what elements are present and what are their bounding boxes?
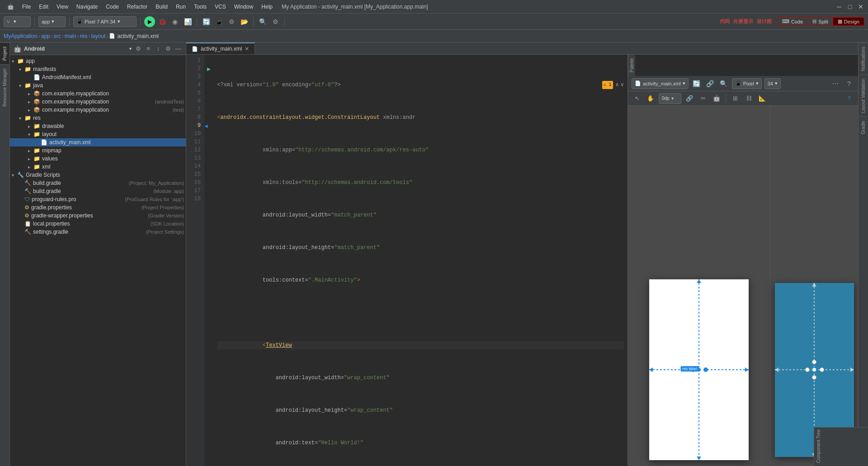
tab-close-button[interactable]: ✕ bbox=[245, 46, 249, 52]
sync-project-button[interactable]: 🔄 bbox=[201, 16, 212, 27]
tree-item-activity-main[interactable]: ▸ 📄 activity_main.xml bbox=[10, 138, 186, 146]
project-settings-icon[interactable]: ⚙ bbox=[164, 45, 172, 53]
tree-item-build-gradle-module[interactable]: ▸ 🔨 build.gradle (Module :app) bbox=[10, 187, 186, 195]
breadcrumb-layout[interactable]: layout bbox=[91, 33, 105, 39]
project-tab[interactable]: Project bbox=[0, 42, 9, 64]
minimize-button[interactable]: ─ bbox=[835, 3, 843, 10]
tree-item-build-gradle-project[interactable]: ▸ 🔨 build.gradle (Project: My_Applicatio… bbox=[10, 179, 186, 187]
menu-refactor[interactable]: Refactor bbox=[123, 3, 151, 11]
breadcrumb-app[interactable]: app bbox=[41, 33, 50, 39]
profile-button[interactable]: 📊 bbox=[182, 16, 193, 27]
blue-handle-left[interactable] bbox=[805, 367, 810, 372]
menu-tools[interactable]: Tools bbox=[190, 3, 210, 11]
design-more-icon[interactable]: ⋯ bbox=[830, 78, 841, 89]
notifications-tab[interactable]: Notifications bbox=[859, 42, 868, 75]
tree-item-values[interactable]: ▸ 📁 values bbox=[10, 155, 186, 163]
code-view-button[interactable]: ⌨ Code bbox=[778, 18, 807, 25]
sdk-manager-button[interactable]: ⚙ bbox=[226, 16, 237, 27]
menu-help[interactable]: Help bbox=[258, 3, 276, 11]
menu-run[interactable]: Run bbox=[172, 3, 189, 11]
app-module-dropdown[interactable]: app ▾ bbox=[38, 16, 66, 27]
gradle-tab[interactable]: Gradle bbox=[859, 117, 868, 138]
center-handle-right[interactable] bbox=[703, 367, 708, 372]
design-view-button[interactable]: ▦ Design bbox=[833, 18, 864, 25]
breadcrumb-myapplication[interactable]: MyApplication bbox=[4, 33, 38, 39]
android-dropdown-arrow[interactable]: ▾ bbox=[129, 46, 132, 51]
tree-item-gradle-scripts[interactable]: ▾ 🔧 Gradle Scripts bbox=[10, 171, 186, 179]
editor-tab-activity-main[interactable]: 📄 activity_main.xml ✕ bbox=[186, 42, 255, 54]
tree-item-mipmap[interactable]: ▸ 📁 mipmap bbox=[10, 146, 186, 155]
tree-item-res[interactable]: ▾ 📁 res bbox=[10, 114, 186, 122]
tree-item-pkg-androidtest[interactable]: ▸ 📦 com.example.myapplication (androidTe… bbox=[10, 98, 186, 106]
settings-button[interactable]: ⚙ bbox=[270, 16, 281, 27]
design-refresh-icon[interactable]: 🔄 bbox=[691, 78, 702, 89]
blue-handle-top[interactable] bbox=[812, 360, 816, 364]
tool-chain[interactable]: ⛓ bbox=[743, 93, 754, 104]
project-sort-icon[interactable]: ↕ bbox=[154, 45, 162, 53]
collapse-icon[interactable]: ∨ bbox=[621, 81, 624, 89]
device-dropdown[interactable]: 📱 Pixel 7 API 34 ▾ bbox=[73, 16, 137, 27]
design-api-dropdown[interactable]: 34 ▾ bbox=[764, 78, 781, 89]
tree-item-settings-gradle[interactable]: ▸ 🔨 settings.gradle (Project Settings) bbox=[10, 228, 186, 236]
breadcrumb-res[interactable]: res bbox=[80, 33, 88, 39]
close-button[interactable]: ✕ bbox=[857, 3, 864, 10]
design-questions-icon[interactable]: ? bbox=[844, 78, 854, 89]
blue-center-handle[interactable] bbox=[811, 367, 817, 372]
tree-item-local-props[interactable]: ▸ 📋 local.properties (SDK Location) bbox=[10, 220, 186, 228]
device-file-button[interactable]: 📂 bbox=[239, 16, 250, 27]
blue-handle-bottom[interactable] bbox=[812, 375, 816, 380]
tree-item-androidmanifest[interactable]: ▸ 📄 AndroidManifest.xml bbox=[10, 73, 186, 81]
split-view-button[interactable]: ⊟ Split bbox=[807, 18, 833, 25]
menu-code[interactable]: Code bbox=[102, 3, 123, 11]
tool-auto-connect[interactable]: 🔗 bbox=[684, 93, 695, 104]
menu-vcs[interactable]: VCS bbox=[211, 3, 230, 11]
breadcrumb-activity-main[interactable]: activity_main.xml bbox=[117, 33, 158, 39]
tree-item-xml[interactable]: ▸ 📁 xml bbox=[10, 163, 186, 171]
design-device-dropdown[interactable]: 📱 Pixel ▾ bbox=[732, 78, 762, 89]
breadcrumb-main[interactable]: main bbox=[65, 33, 76, 39]
tree-item-layout[interactable]: ▾ 📁 layout bbox=[10, 130, 186, 138]
project-sync-icon[interactable]: ≡ bbox=[144, 45, 152, 53]
tree-item-proguard[interactable]: ▸ 🛡 proguard-rules.pro (ProGuard Rules f… bbox=[10, 195, 186, 203]
menu-view[interactable]: View bbox=[53, 3, 72, 11]
project-cog-icon[interactable]: ⚙ bbox=[134, 45, 142, 53]
design-search-icon[interactable]: 🔍 bbox=[718, 78, 729, 89]
menu-edit[interactable]: Edit bbox=[35, 3, 52, 11]
tree-item-app[interactable]: ▾ 📁 app bbox=[10, 57, 186, 65]
expand-icon[interactable]: ∧ bbox=[616, 81, 619, 89]
constraint-dropdown[interactable]: 0dp ▾ bbox=[659, 93, 681, 104]
tool-clear-constraints[interactable]: ✂ bbox=[698, 93, 708, 104]
menu-file[interactable]: File bbox=[19, 3, 34, 11]
design-file-dropdown[interactable]: 📄 activity_main.xml ▾ bbox=[632, 78, 689, 89]
avd-manager-button[interactable]: 📱 bbox=[213, 16, 224, 27]
tree-item-pkg-main[interactable]: ▸ 📦 com.example.myapplication bbox=[10, 89, 186, 98]
run-coverage-button[interactable]: ◉ bbox=[170, 16, 180, 27]
design-link-icon[interactable]: 🔗 bbox=[705, 78, 716, 89]
tree-item-java[interactable]: ▾ 📁 java bbox=[10, 81, 186, 89]
menu-build[interactable]: Build bbox=[152, 3, 171, 11]
tree-item-pkg-test[interactable]: ▸ 📦 com.example.myapplication (test) bbox=[10, 106, 186, 114]
debug-button[interactable]: 🐞 bbox=[157, 16, 168, 27]
tool-align[interactable]: ⊞ bbox=[730, 93, 741, 104]
tool-guidelines[interactable]: 📐 bbox=[757, 93, 768, 104]
tree-item-gradle-props[interactable]: ▸ ⚙ gradle.properties (Project Propertie… bbox=[10, 203, 186, 212]
code-editor[interactable]: <?xml version="1.0" encoding="utf-8"?> ⚠… bbox=[213, 55, 627, 466]
tool-question[interactable]: ? bbox=[844, 93, 854, 104]
tool-select[interactable]: ↖ bbox=[632, 93, 642, 104]
tree-item-manifests[interactable]: ▾ 📁 manifests bbox=[10, 65, 186, 73]
maximize-button[interactable]: □ bbox=[846, 3, 854, 10]
tool-infer-constraints[interactable]: 🤖 bbox=[711, 93, 722, 104]
tree-item-gradle-wrapper[interactable]: ▸ ⚙ gradle-wrapper.properties (Gradle Ve… bbox=[10, 212, 186, 220]
search-everywhere-button[interactable]: 🔍 bbox=[257, 16, 268, 27]
blue-handle-right[interactable] bbox=[820, 367, 824, 372]
menu-window[interactable]: Window bbox=[231, 3, 257, 11]
project-minimize-icon[interactable]: — bbox=[174, 45, 182, 53]
git-branch-dropdown[interactable]: ⑂ ▾ bbox=[4, 16, 31, 27]
menu-navigate[interactable]: Navigate bbox=[73, 3, 101, 11]
tree-item-drawable[interactable]: ▸ 📁 drawable bbox=[10, 122, 186, 130]
breadcrumb-src[interactable]: src bbox=[54, 33, 61, 39]
tool-pan[interactable]: ✋ bbox=[645, 93, 656, 104]
run-button[interactable]: ▶ bbox=[144, 16, 155, 27]
resource-manager-tab[interactable]: Resource Manager bbox=[0, 64, 9, 110]
layout-validation-tab[interactable]: Layout Validation bbox=[859, 75, 868, 117]
